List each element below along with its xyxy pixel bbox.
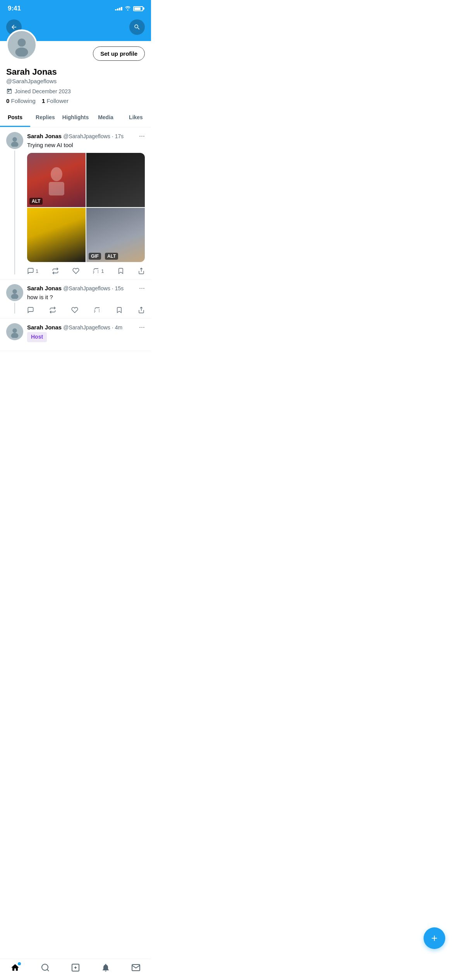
status-icons bbox=[115, 5, 143, 12]
svg-point-1 bbox=[18, 39, 26, 47]
profile-handle: @SarahJpageflows bbox=[6, 78, 145, 84]
tab-highlights[interactable]: Highlights bbox=[60, 109, 91, 127]
image-grid: ALT GIF ALT bbox=[27, 153, 145, 262]
views-action[interactable]: 1 bbox=[93, 267, 104, 274]
views-action[interactable] bbox=[94, 307, 101, 314]
retweet-action[interactable] bbox=[52, 267, 59, 274]
post-handle: @SarahJpageflows bbox=[63, 133, 110, 139]
joined-text: Joined December 2023 bbox=[15, 88, 71, 94]
post-time: 17s bbox=[115, 133, 124, 139]
svg-point-4 bbox=[12, 137, 17, 142]
post-handle: @SarahJpageflows bbox=[63, 324, 110, 331]
comment-icon bbox=[27, 267, 34, 274]
post-content: Sarah Jonas @SarahJpageflows · 4m ··· Ho… bbox=[27, 323, 145, 346]
share-icon bbox=[138, 307, 145, 314]
post-username: Sarah Jonas bbox=[27, 324, 62, 331]
share-action[interactable] bbox=[138, 267, 145, 274]
views-icon bbox=[94, 307, 101, 314]
svg-point-2 bbox=[15, 48, 28, 57]
status-time: 9:41 bbox=[8, 5, 21, 12]
signal-icon bbox=[115, 7, 122, 10]
table-row: Sarah Jonas @SarahJpageflows · 15s ··· h… bbox=[0, 279, 151, 319]
profile-tabs: Posts Replies Highlights Media Likes bbox=[0, 109, 151, 127]
views-icon bbox=[93, 267, 100, 274]
retweet-action[interactable] bbox=[49, 307, 56, 314]
tab-posts[interactable]: Posts bbox=[0, 109, 30, 127]
post-meta: Sarah Jonas @SarahJpageflows · 15s ··· bbox=[27, 284, 145, 292]
like-action[interactable] bbox=[71, 307, 78, 314]
post-meta: Sarah Jonas @SarahJpageflows · 17s ··· bbox=[27, 132, 145, 140]
avatar bbox=[6, 29, 37, 60]
profile-joined: Joined December 2023 bbox=[6, 88, 145, 94]
heart-icon bbox=[71, 307, 78, 314]
post-actions bbox=[27, 305, 145, 314]
post-content: Sarah Jonas @SarahJpageflows · 17s ··· T… bbox=[27, 132, 145, 274]
search-button[interactable] bbox=[129, 19, 145, 35]
post-text: Trying new AI tool bbox=[27, 141, 145, 149]
more-options-button[interactable]: ··· bbox=[139, 323, 145, 331]
comment-action[interactable] bbox=[27, 307, 34, 314]
bookmark-icon bbox=[116, 307, 123, 314]
calendar-icon bbox=[6, 88, 12, 94]
retweet-icon bbox=[49, 307, 56, 314]
profile-info: Sarah Jonas @SarahJpageflows Joined Dece… bbox=[0, 65, 151, 109]
post-username: Sarah Jonas bbox=[27, 133, 62, 139]
post-time: 4m bbox=[115, 324, 122, 331]
alt-badge-4: ALT bbox=[105, 253, 118, 260]
post-meta: Sarah Jonas @SarahJpageflows · 4m ··· bbox=[27, 323, 145, 331]
post-text: Host bbox=[27, 332, 145, 342]
svg-rect-7 bbox=[49, 182, 64, 195]
wifi-icon bbox=[125, 5, 131, 12]
retweet-icon bbox=[52, 267, 59, 274]
gif-badge: GIF bbox=[89, 253, 101, 260]
comment-action[interactable]: 1 bbox=[27, 267, 38, 274]
comment-icon bbox=[27, 307, 34, 314]
profile-avatar-row: Set up profile bbox=[0, 41, 151, 65]
profile-name: Sarah Jonas bbox=[6, 67, 145, 77]
table-row: Sarah Jonas @SarahJpageflows · 4m ··· Ho… bbox=[0, 319, 151, 351]
profile-stats: 0 Following 1 Follower bbox=[6, 98, 145, 104]
post-avatar bbox=[6, 132, 23, 149]
post-avatar bbox=[6, 323, 23, 340]
post-text: how is it ? bbox=[27, 293, 145, 301]
following-stat[interactable]: 0 Following bbox=[6, 98, 36, 104]
alt-badge-1: ALT bbox=[29, 198, 43, 205]
share-action[interactable] bbox=[138, 307, 145, 314]
post-username: Sarah Jonas bbox=[27, 285, 62, 291]
post-time: 15s bbox=[115, 285, 124, 291]
tab-replies[interactable]: Replies bbox=[30, 109, 60, 127]
post-image-1: ALT bbox=[27, 153, 86, 207]
post-image-4: GIF ALT bbox=[86, 208, 145, 262]
share-icon bbox=[138, 267, 145, 274]
bookmark-icon bbox=[117, 267, 124, 274]
post-content: Sarah Jonas @SarahJpageflows · 15s ··· h… bbox=[27, 284, 145, 314]
bookmark-action[interactable] bbox=[117, 267, 124, 274]
feed: Sarah Jonas @SarahJpageflows · 17s ··· T… bbox=[0, 127, 151, 351]
heart-icon bbox=[72, 267, 79, 274]
bookmark-action[interactable] bbox=[116, 307, 123, 314]
svg-point-6 bbox=[51, 167, 62, 181]
post-avatar bbox=[6, 284, 23, 301]
battery-icon bbox=[133, 6, 143, 11]
like-action[interactable] bbox=[72, 267, 79, 274]
status-bar: 9:41 bbox=[0, 0, 151, 15]
svg-point-14 bbox=[12, 329, 17, 333]
setup-profile-button[interactable]: Set up profile bbox=[93, 46, 145, 61]
more-options-button[interactable]: ··· bbox=[139, 284, 145, 292]
svg-point-10 bbox=[12, 290, 17, 294]
post-actions: 1 1 bbox=[27, 266, 145, 274]
post-image-3 bbox=[27, 208, 86, 262]
tab-likes[interactable]: Likes bbox=[121, 109, 151, 127]
post-image-2 bbox=[86, 153, 145, 207]
more-options-button[interactable]: ··· bbox=[139, 132, 145, 140]
table-row: Sarah Jonas @SarahJpageflows · 17s ··· T… bbox=[0, 127, 151, 279]
followers-stat[interactable]: 1 Follower bbox=[42, 98, 69, 104]
tab-media[interactable]: Media bbox=[91, 109, 121, 127]
post-handle: @SarahJpageflows bbox=[63, 285, 110, 291]
host-badge: Host bbox=[27, 332, 47, 342]
